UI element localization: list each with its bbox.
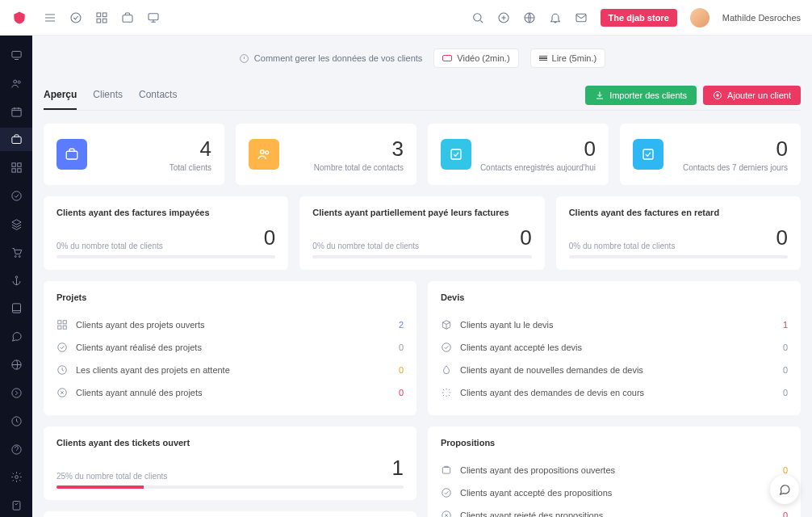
nav-check-icon[interactable] [0,184,32,208]
topbar: The djab store Mathilde Desroches [0,0,812,36]
svg-point-42 [58,343,67,352]
nav-briefcase-icon[interactable] [0,128,32,151]
grid-icon[interactable] [95,11,108,24]
svg-point-7 [473,13,480,20]
list-item[interactable]: Clients ayant de nouvelles demandes de d… [441,359,788,381]
username: Mathilde Desroches [722,13,801,23]
chat-fab[interactable] [770,475,799,504]
nav-calendar-icon[interactable] [0,100,32,124]
list-item[interactable]: Clients ayant des projets ouverts2 [57,313,404,336]
check-circle-icon [57,342,68,353]
svg-rect-41 [63,326,66,329]
nav-apps-icon[interactable] [0,156,32,179]
svg-rect-15 [11,137,20,144]
tab-contacts[interactable]: Contacts [139,81,177,110]
svg-rect-33 [66,151,77,159]
card-late-invoices: Clients ayant des factures en retard 0% … [556,196,801,270]
nav-dashboard-icon[interactable] [0,44,32,67]
nav-anchor-icon[interactable] [0,269,32,292]
svg-point-47 [442,489,451,498]
nav-layers-icon[interactable] [0,212,32,236]
svg-rect-16 [11,163,15,166]
nav-users-icon[interactable] [0,72,32,95]
svg-rect-6 [149,13,158,19]
check-circle-icon [441,487,452,498]
list-item[interactable]: Clients ayant des demandes de devis en c… [441,381,788,404]
nav-clock-icon[interactable] [0,410,32,433]
svg-rect-40 [58,326,61,329]
stat-contacts-today: 0Contacts enregistrés aujourd'hui [428,124,609,185]
top-right-icons: The djab store Mathilde Desroches [471,8,801,27]
read-pill[interactable]: Lire (5min.) [530,48,606,68]
list-item[interactable]: Clients ayant annulé des projets0 [57,381,404,404]
bell-icon[interactable] [549,11,562,24]
x-circle-icon [57,387,68,398]
svg-rect-4 [103,19,107,23]
avatar[interactable] [690,8,709,27]
main: Comment gerer les données de vos clients… [32,36,812,517]
card-open-tickets: Clients ayant des tickets ouvert 25% du … [44,427,416,500]
mail-icon[interactable] [575,11,588,24]
search-icon[interactable] [471,11,484,24]
stats-row: 4Total clients 3Nombre total de contacts… [44,124,801,185]
list-item[interactable]: Clients ayant accepté des propositions0 [441,481,788,504]
briefcase-icon[interactable] [121,11,134,24]
list-item[interactable]: Clients ayant réalisé des projets0 [57,336,404,359]
card-proposals: Propositions Clients ayant des propositi… [428,427,801,517]
nav-arrow-right-icon[interactable] [0,381,32,405]
projects-quotes-row: Projets Clients ayant des projets ouvert… [44,281,801,415]
card-projects: Projets Clients ayant des projets ouvert… [44,281,416,415]
briefcase-icon [57,139,87,170]
card-quotes: Devis Clients ayant lu le devis1 Clients… [428,281,801,415]
check-circle-icon [441,342,452,353]
check-circle-icon[interactable] [69,11,82,24]
list-item[interactable]: Clients ayant lu le devis1 [441,313,788,336]
globe-icon[interactable] [523,11,536,24]
nav-settings-icon[interactable] [0,465,32,489]
loader-icon [441,387,452,398]
monitor-icon[interactable] [147,11,160,24]
svg-point-13 [18,81,20,83]
store-button[interactable]: The djab store [601,9,677,27]
tab-overview[interactable]: Aperçu [44,81,77,110]
grid-icon [57,319,68,330]
nav-book-icon[interactable] [0,296,32,320]
svg-point-48 [442,511,451,517]
svg-point-20 [11,191,20,200]
svg-point-0 [71,13,81,23]
check-square-icon [441,139,471,170]
nav-help-icon[interactable] [0,438,32,461]
svg-rect-39 [63,321,66,324]
top-left-icons [44,11,160,24]
list-item[interactable]: Clients ayant rejeté des propositions0 [441,504,788,517]
svg-rect-1 [97,13,101,17]
list-item[interactable]: Clients ayant des propositions ouvertes0 [441,459,788,481]
drop-icon [441,364,452,376]
list-item[interactable]: Clients ayant accepté les devis0 [441,336,788,359]
svg-rect-14 [11,108,20,116]
svg-point-29 [15,476,18,479]
nav-cart-icon[interactable] [0,241,32,264]
menu-icon[interactable] [44,11,57,24]
card-unpaid-invoices: Clients ayant des factures impayées 0% d… [44,196,288,270]
card-partial-invoices: Clients ayant partiellement payé leurs f… [299,196,544,270]
stat-contacts-7days: 0Contacts des 7 derniers jours [620,124,801,185]
svg-rect-30 [13,502,20,511]
nav-globe-icon[interactable] [0,353,32,376]
clock-icon [57,364,68,376]
video-pill[interactable]: Vidéo (2min.) [433,48,518,68]
list-item[interactable]: Les clients ayant des projets en attente… [57,359,404,381]
svg-point-45 [442,343,451,352]
nav-chat-icon[interactable] [0,325,32,348]
svg-rect-3 [97,19,101,23]
nav-clipboard-icon[interactable] [0,494,32,517]
tabs-row: Aperçu Clients Contacts Importer des cli… [44,81,801,111]
tab-clients[interactable]: Clients [93,81,123,110]
sidebar [0,36,32,517]
svg-rect-17 [17,163,20,166]
stat-total-clients: 4Total clients [44,124,224,185]
add-client-button[interactable]: Ajouter un client [703,86,801,105]
svg-rect-24 [12,304,20,313]
import-clients-button[interactable]: Importer des clients [585,86,697,105]
plus-circle-icon[interactable] [497,11,510,24]
